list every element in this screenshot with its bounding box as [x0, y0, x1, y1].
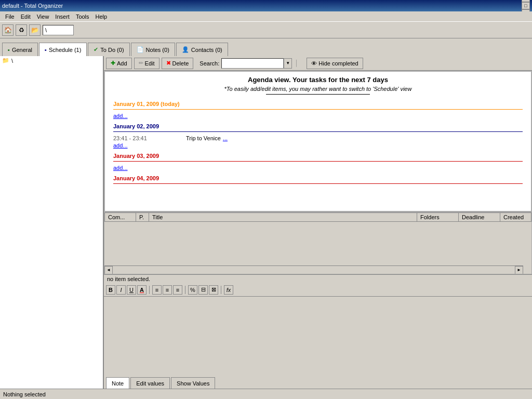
underline-button[interactable]: U: [127, 285, 136, 295]
align-center-button[interactable]: ≡: [163, 285, 172, 295]
add-button[interactable]: ✚ Add: [106, 58, 132, 69]
tab-todo-label: To Do (0): [100, 47, 124, 53]
add-link-jan03[interactable]: add...: [113, 165, 523, 171]
add-link-jan02[interactable]: add...: [113, 142, 523, 149]
delete-icon: ✖: [166, 60, 171, 66]
tab-todo[interactable]: ✔ To Do (0): [88, 43, 129, 56]
italic-button[interactable]: I: [116, 285, 126, 295]
tab-note-label: Note: [112, 380, 124, 387]
restore-button[interactable]: □: [522, 2, 530, 9]
menu-bar: FileEditViewInsertToolsHelp: [0, 11, 532, 22]
tab-notes-label: Notes (0): [146, 47, 169, 53]
col-complete[interactable]: Com...: [105, 213, 136, 222]
sidebar-path: \: [11, 58, 13, 64]
separator-icon: ⎸: [296, 59, 302, 68]
notes-editor[interactable]: [104, 297, 532, 374]
tab-edit-values-label: Edit values: [136, 380, 164, 387]
hide-icon: 👁: [311, 60, 317, 66]
align-right-button[interactable]: ≡: [173, 285, 182, 295]
tab-general[interactable]: ▪ General: [2, 43, 38, 56]
tab-contacts[interactable]: 👤 Contacts (0): [176, 43, 228, 56]
window-title: default - Total Organizer: [2, 3, 63, 9]
add-icon: ✚: [111, 60, 115, 66]
scroll-left-button[interactable]: ◄: [104, 266, 113, 274]
status-text: Nothing selected: [3, 391, 46, 397]
tab-show-values[interactable]: Show Values: [171, 377, 215, 389]
title-bar: default - Total Organizer − □ ✕: [0, 0, 532, 11]
search-dropdown-button[interactable]: ▼: [284, 58, 292, 69]
data-table: Com... P. Title Folders Deadline Created: [104, 212, 531, 222]
agenda-subtitle: *To easily add/edit items, you may rathe…: [113, 86, 523, 92]
scroll-right-button[interactable]: ►: [515, 266, 523, 274]
col-deadline[interactable]: Deadline: [459, 213, 500, 222]
col-priority[interactable]: P.: [136, 213, 149, 222]
event-more-venice[interactable]: ...: [223, 135, 228, 141]
menu-item-file[interactable]: File: [2, 12, 18, 21]
col-title[interactable]: Title: [149, 213, 417, 222]
tab-notes[interactable]: 📄 Notes (0): [131, 43, 175, 56]
tabs-row: ▪ General ▪ Schedule (1) ✔ To Do (0) 📄 N…: [0, 38, 532, 56]
toolbar-sep-3: [221, 286, 221, 294]
tab-contacts-label: Contacts (0): [191, 47, 222, 53]
search-input[interactable]: [221, 58, 284, 69]
tab-note[interactable]: Note: [106, 377, 129, 389]
toolbar: 🏠 ♻ 📂: [0, 22, 532, 38]
agenda-date-jan02: January 02, 2009: [113, 123, 523, 129]
agenda-title: Agenda view. Your tasks for the next 7 d…: [113, 76, 523, 84]
agenda-event-venice: 23:41 - 23:41 Trip to Venice ...: [113, 135, 523, 141]
edit-button[interactable]: ✏ Edit: [134, 58, 159, 69]
home-button[interactable]: 🏠: [2, 24, 14, 36]
add-link-jan01[interactable]: add...: [113, 113, 523, 119]
bold-button[interactable]: B: [106, 285, 115, 295]
status-bar: Nothing selected: [0, 389, 532, 399]
col-created[interactable]: Created: [500, 213, 531, 222]
path-input[interactable]: [43, 25, 74, 35]
refresh-button[interactable]: ♻: [16, 24, 27, 36]
tab-show-values-label: Show Values: [177, 380, 209, 387]
folder-icon: 📁: [2, 57, 9, 64]
add-label: Add: [117, 60, 127, 66]
agenda-date-jan03: January 03, 2009: [113, 153, 523, 159]
percent-button[interactable]: %: [188, 285, 197, 295]
agenda-date-jan01: January 01, 2009 (today): [113, 101, 523, 107]
copy-button[interactable]: ⊟: [198, 285, 208, 295]
delete-button[interactable]: ✖ Delete: [162, 58, 194, 69]
notes-status: no item selected.: [104, 275, 532, 283]
col-folders[interactable]: Folders: [417, 213, 459, 222]
event-time: 23:41 - 23:41: [113, 135, 186, 141]
toolbar-sep-2: [185, 286, 185, 294]
edit-icon: ✏: [139, 60, 143, 66]
menu-item-help[interactable]: Help: [92, 12, 111, 21]
tab-schedule-label: Schedule (1): [49, 47, 81, 53]
edit-label: Edit: [145, 60, 155, 66]
menu-item-edit[interactable]: Edit: [18, 12, 34, 21]
tab-schedule[interactable]: ▪ Schedule (1): [39, 43, 87, 56]
tab-general-label: General: [12, 47, 32, 53]
formula-button[interactable]: fx: [224, 285, 233, 295]
tab-edit-values[interactable]: Edit values: [130, 377, 170, 389]
hide-completed-button[interactable]: 👁 Hide completed: [307, 58, 363, 69]
event-title-venice: Trip to Venice: [186, 135, 221, 141]
toolbar-sep-1: [149, 286, 150, 294]
font-color-button[interactable]: A: [137, 285, 147, 295]
paste-button[interactable]: ⊠: [209, 285, 218, 295]
align-left-button[interactable]: ≡: [152, 285, 162, 295]
agenda-date-jan04: January 04, 2009: [113, 175, 523, 181]
hide-label: Hide completed: [318, 60, 358, 66]
search-label: Search:: [200, 60, 219, 66]
delete-label: Delete: [172, 60, 189, 66]
menu-item-insert[interactable]: Insert: [52, 12, 73, 21]
menu-item-tools[interactable]: Tools: [73, 12, 92, 21]
sidebar-root[interactable]: 📁 \: [0, 56, 103, 65]
menu-item-view[interactable]: View: [34, 12, 52, 21]
open-button[interactable]: 📂: [29, 24, 41, 36]
